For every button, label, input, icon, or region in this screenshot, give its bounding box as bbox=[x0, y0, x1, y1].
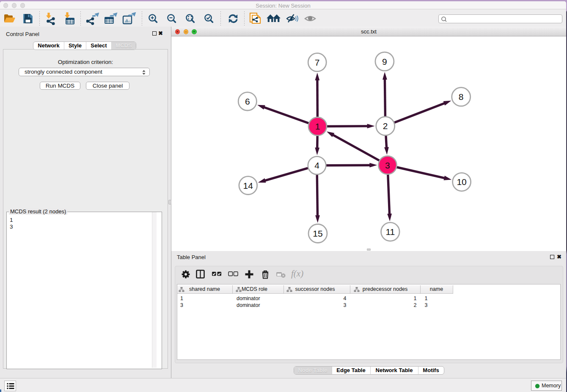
svg-text:2: 2 bbox=[383, 121, 388, 131]
svg-text:1: 1 bbox=[315, 121, 320, 131]
svg-text:15: 15 bbox=[313, 229, 322, 238]
svg-text:11: 11 bbox=[385, 227, 395, 237]
svg-text:8: 8 bbox=[459, 92, 464, 102]
svg-text:6: 6 bbox=[245, 97, 250, 106]
svg-text:3: 3 bbox=[385, 160, 390, 170]
svg-text:9: 9 bbox=[382, 57, 387, 66]
svg-text:10: 10 bbox=[457, 177, 466, 187]
svg-text:7: 7 bbox=[315, 58, 320, 67]
svg-text:14: 14 bbox=[243, 181, 253, 190]
svg-text:4: 4 bbox=[314, 160, 319, 170]
